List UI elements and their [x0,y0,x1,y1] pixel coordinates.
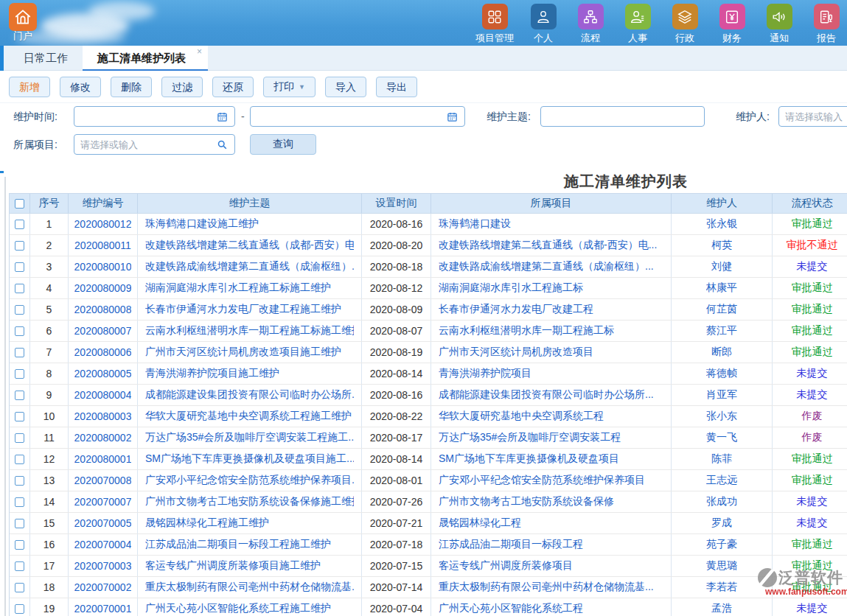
maintainer-link[interactable]: 苑子豪 [706,538,737,551]
row-checkbox[interactable] [15,497,24,507]
maintainer-link[interactable]: 蔡江平 [706,324,737,337]
nav-module-6[interactable]: 财务 [714,4,750,45]
project-link[interactable]: 广州市文物考古工地安防系统设备保修 [439,495,614,508]
row-checkbox[interactable] [15,604,24,614]
maintainer-link[interactable]: 林康平 [706,281,737,295]
toolbar-button-过滤[interactable]: 过滤 [161,77,203,97]
project-link[interactable]: 万达广场35#会所及咖啡厅空调安装工程 [439,431,621,444]
maintain-subject-link[interactable]: 改建铁路线增建第二线直通线（成都-西安）电... [145,239,354,252]
row-checkbox[interactable] [15,326,24,336]
maintainer-link[interactable]: 黄思璐 [706,559,737,573]
maintainer-link[interactable]: 张永银 [706,217,737,231]
maintain-subject-link[interactable]: 珠海鹤港口建设施工维护 [145,217,259,231]
project-link[interactable]: 云南水利枢纽潜明水库一期工程施工标 [439,324,614,337]
maintainer-link[interactable]: 柯英 [711,239,732,252]
tab-close-icon[interactable]: × [197,46,202,57]
toolbar-button-导出[interactable]: 导出 [376,77,417,97]
maintain-subject-link[interactable]: 晟铭园林绿化工程施工维护 [145,517,269,530]
maintain-code-link[interactable]: 2020080011 [74,239,131,251]
date-to-input[interactable] [257,111,445,122]
maintainer-link[interactable]: 王志远 [706,474,737,487]
maintainer-link[interactable]: 孟浩 [711,602,732,615]
maintainer-link[interactable]: 陈菲 [711,452,732,466]
row-checkbox[interactable] [15,262,24,272]
project-link[interactable]: 重庆太极制药有限公司亳州中药材仓储物流基... [439,581,654,594]
date-from-input[interactable] [80,111,215,122]
nav-module-3[interactable]: 流程 [573,4,608,45]
select-all-checkbox[interactable] [15,199,24,209]
date-to-field[interactable] [250,106,465,127]
maintain-subject-link[interactable]: 客运专线广州调度所装修项目施工维护 [145,559,321,573]
project-link[interactable]: 广州天心苑小区智能化系统工程 [439,602,583,615]
toolbar-button-导入[interactable]: 导入 [325,77,366,97]
maintain-subject-link[interactable]: 广州天心苑小区智能化系统工程施工维护 [145,602,331,615]
maintainer-link[interactable]: 何芷茵 [706,303,737,316]
maintain-code-link[interactable]: 2020080010 [74,261,132,273]
row-checkbox[interactable] [15,583,24,592]
maintain-code-link[interactable]: 2020080001 [74,453,132,465]
row-checkbox[interactable] [15,519,24,528]
maintainer-field[interactable] [778,106,847,127]
row-checkbox[interactable] [15,305,24,315]
maintain-code-link[interactable]: 2020080008 [74,304,132,315]
toolbar-button-打印[interactable]: 打印▼ [263,77,316,97]
maintain-subject-link[interactable]: SM广场地下车库更换摄像机及硬盘项目施工... [145,452,354,466]
maintain-subject-link[interactable]: 成都能源建设集团投资有限公司临时办公场所... [145,388,354,402]
row-checkbox[interactable] [15,433,24,443]
maintainer-link[interactable]: 蒋德帧 [706,367,737,380]
project-input[interactable] [80,139,215,150]
maintain-subject-link[interactable]: 万达广场35#会所及咖啡厅空调安装工程施工... [145,431,354,444]
project-link[interactable]: 珠海鹤港口建设 [439,217,511,231]
project-link[interactable]: 改建铁路成渝线增建第二直通线（成渝枢纽）... [439,260,654,273]
maintain-subject-link[interactable]: 湖南洞庭湖水库引水工程施工标施工维护 [145,281,331,295]
maintain-code-link[interactable]: 2020070002 [74,581,132,593]
maintain-code-link[interactable]: 2020080002 [74,432,132,444]
maintain-subject-link[interactable]: 广安邓小平纪念馆安全防范系统维护保养项目... [145,474,354,487]
nav-module-5[interactable]: 行政 [667,4,703,45]
maintainer-link[interactable]: 肖亚军 [706,388,737,402]
maintainer-link[interactable]: 张成功 [706,495,737,508]
maintain-subject-link[interactable]: 广州市文物考古工地安防系统设备保修施工维护 [145,495,354,508]
maintain-code-link[interactable]: 2020080007 [74,325,132,337]
maintain-subject-link[interactable]: 江苏成品油二期项目一标段工程施工维护 [145,538,331,551]
project-link[interactable]: 青海洪湖养护院项目 [439,367,531,380]
project-link[interactable]: 成都能源建设集团投资有限公司临时办公场所... [439,388,654,402]
nav-module-2[interactable]: 个人 [526,4,561,45]
maintain-code-link[interactable]: 2020070007 [74,496,132,508]
maintain-code-link[interactable]: 2020080004 [74,389,132,401]
maintain-code-link[interactable]: 2020070003 [74,560,132,572]
maintain-subject-link[interactable]: 广州市天河区统计局机房改造项目施工维护 [145,346,341,359]
tab-daily-work[interactable]: 日常工作 [9,46,83,71]
maintain-code-link[interactable]: 2020080006 [74,346,132,358]
maintainer-input[interactable] [785,111,847,122]
maintain-subject-link[interactable]: 青海洪湖养护院项目施工维护 [145,367,279,380]
maintain-subject-link[interactable]: 改建铁路成渝线增建第二直通线（成渝枢纽）... [145,260,354,273]
maintainer-link[interactable]: 黄一飞 [706,431,737,444]
project-link[interactable]: 江苏成品油二期项目一标段工程 [439,538,583,551]
nav-module-8[interactable]: 报告 [809,4,844,45]
nav-module-7[interactable]: 通知 [761,4,797,45]
maintain-subject-link[interactable]: 云南水利枢纽潜明水库一期工程施工标施工维护 [145,324,354,337]
maintain-code-link[interactable]: 2020070001 [74,603,132,615]
maintain-code-link[interactable]: 2020080009 [74,282,132,294]
row-checkbox[interactable] [15,455,24,464]
maintain-subject-link[interactable]: 长春市伊通河水力发电厂改建工程施工维护 [145,303,341,316]
calendar-icon[interactable] [215,110,229,123]
row-checkbox[interactable] [15,476,24,486]
row-checkbox[interactable] [15,391,24,400]
maintainer-link[interactable]: 断郎 [711,346,732,359]
maintain-subject-link[interactable]: 华软大厦研究基地中央空调系统工程施工维护 [145,410,352,423]
toolbar-button-删除[interactable]: 删除 [111,77,152,97]
maintain-code-link[interactable]: 2020080012 [74,218,132,230]
maintain-code-link[interactable]: 2020080005 [74,368,132,379]
maintainer-link[interactable]: 李若若 [706,581,737,594]
nav-module-1[interactable]: 项目管理 [475,4,514,45]
project-link[interactable]: 广州市天河区统计局机房改造项目 [439,346,593,359]
toolbar-button-新增[interactable]: 新增 [9,77,50,97]
maintainer-link[interactable]: 罗成 [711,517,732,530]
row-checkbox[interactable] [15,220,24,229]
project-field[interactable] [74,134,235,155]
project-link[interactable]: 长春市伊通河水力发电厂改建工程 [439,303,593,316]
nav-item-portal[interactable]: 门户 [9,3,37,43]
calendar-icon[interactable] [445,110,459,123]
